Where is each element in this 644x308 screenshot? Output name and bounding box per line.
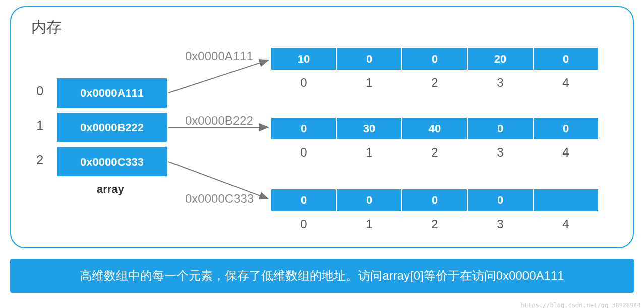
ptr-index-1: 1 [36, 118, 43, 133]
svg-text:0: 0 [301, 194, 307, 207]
svg-text:0: 0 [366, 194, 372, 207]
svg-rect-39 [533, 189, 599, 212]
row-1: 0 30 40 0 0 0 1 2 3 4 [271, 117, 599, 159]
svg-rect-3 [336, 47, 402, 70]
svg-text:0: 0 [300, 145, 307, 159]
ptr-index-0: 0 [36, 83, 43, 98]
svg-text:10: 10 [298, 53, 310, 65]
footer-explanation: 高维数组中的每一个元素，保存了低维数组的地址。访问array[0]等价于在访问0… [10, 259, 634, 293]
svg-rect-35 [402, 189, 467, 212]
ptr-cell-0-text: 0x0000A111 [80, 87, 144, 99]
watermark: https://blog.csdn.net/qq_38928944 [521, 302, 641, 303]
svg-text:1: 1 [366, 145, 372, 159]
svg-text:3: 3 [497, 145, 503, 159]
svg-text:1: 1 [366, 217, 372, 231]
svg-text:2: 2 [431, 145, 438, 159]
svg-text:0: 0 [563, 53, 569, 65]
svg-text:4: 4 [562, 76, 569, 89]
svg-text:3: 3 [497, 217, 503, 231]
svg-rect-5 [402, 47, 467, 70]
svg-rect-37 [467, 189, 533, 212]
svg-text:0: 0 [300, 76, 307, 89]
svg-text:0: 0 [300, 217, 307, 231]
svg-text:0: 0 [563, 122, 569, 135]
row-addr-1: 0x0000B222 [185, 114, 253, 127]
svg-rect-9 [533, 47, 599, 70]
svg-rect-7 [467, 47, 533, 70]
svg-text:20: 20 [494, 53, 506, 65]
ptr-cell-2 [56, 146, 167, 177]
ptr-cell-1-text: 0x0000B222 [80, 121, 144, 134]
svg-text:0: 0 [366, 53, 372, 65]
row-addr-2: 0x0000C333 [185, 192, 254, 206]
svg-text:3: 3 [497, 76, 503, 89]
arrow-0 [168, 60, 268, 93]
array-label: array [97, 183, 125, 195]
svg-rect-31 [271, 189, 336, 212]
svg-text:30: 30 [363, 122, 375, 135]
svg-text:4: 4 [562, 217, 569, 231]
ptr-index-2: 2 [36, 152, 43, 167]
arrow-2 [168, 162, 268, 199]
svg-rect-22 [467, 117, 533, 140]
svg-text:0: 0 [432, 194, 438, 207]
svg-text:0: 0 [432, 53, 438, 65]
svg-rect-33 [336, 189, 402, 212]
svg-text:0: 0 [497, 122, 503, 135]
svg-text:2: 2 [431, 76, 438, 89]
row-0: 10 0 0 20 0 0 1 2 3 4 [271, 47, 599, 89]
svg-rect-18 [336, 117, 402, 140]
svg-rect-20 [402, 117, 467, 140]
svg-text:40: 40 [429, 122, 441, 135]
memory-diagram: 内存 0 0x0000A111 1 0x0000B222 2 0x0000C33… [10, 6, 634, 248]
ptr-cell-0 [56, 78, 167, 108]
pointer-array: 0 0x0000A111 1 0x0000B222 2 0x0000C333 a… [36, 78, 167, 195]
svg-text:0: 0 [497, 194, 503, 207]
svg-text:4: 4 [562, 145, 569, 159]
ptr-cell-2-text: 0x0000C333 [80, 156, 144, 168]
row-addr-0: 0x0000A111 [185, 49, 253, 63]
svg-text:1: 1 [366, 76, 372, 89]
svg-rect-1 [271, 47, 336, 70]
svg-rect-16 [271, 117, 336, 140]
diagram-svg: 0 0x0000A111 1 0x0000B222 2 0x0000C333 a… [11, 7, 621, 239]
svg-rect-24 [533, 117, 599, 140]
memory-title: 内存 [31, 17, 618, 38]
svg-text:2: 2 [431, 217, 438, 231]
row-2: 0 0 0 0 0 1 2 3 4 [271, 189, 599, 231]
svg-text:0: 0 [301, 122, 307, 135]
ptr-cell-1 [56, 112, 167, 142]
